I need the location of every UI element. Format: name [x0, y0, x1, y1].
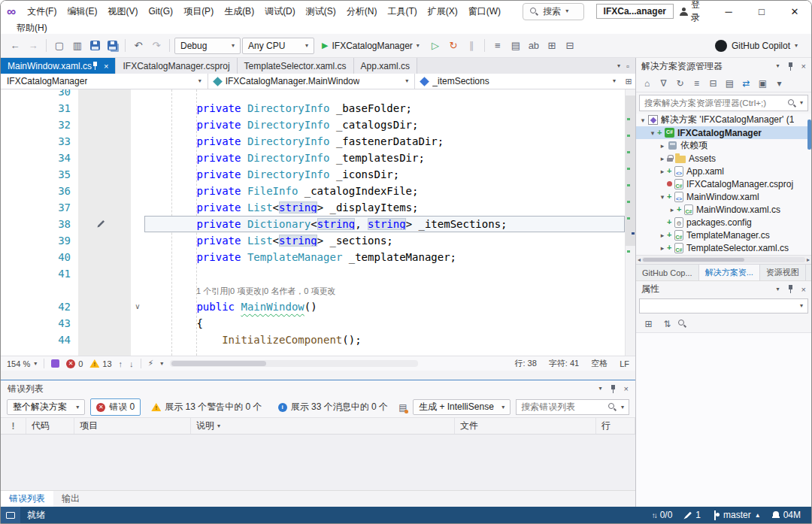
project-dropdown[interactable]: IFXCatalogManager ▾	[1, 74, 208, 89]
chevron-right-icon[interactable]: ▸	[658, 232, 667, 239]
panel-tab-2[interactable]: 输出	[53, 491, 88, 507]
redo-icon[interactable]: ↷	[148, 38, 165, 54]
document-tab-4[interactable]: App.xaml.cs	[354, 58, 417, 74]
scope-dropdown[interactable]: 整个解决方案 ▾	[7, 399, 85, 415]
zoom-dropdown[interactable]: 154 % ▾	[7, 359, 37, 368]
code-line-39[interactable]: 39 private List<string> _sections;	[1, 232, 625, 249]
column-header-2[interactable]: 项目	[74, 418, 191, 434]
menu-item-7[interactable]: 调试(D)	[259, 3, 301, 20]
line-indicator[interactable]: 行: 38	[514, 358, 536, 369]
code-line-42[interactable]: 42∨ public MainWindow()	[1, 298, 625, 315]
open-file-icon[interactable]: ▥	[69, 38, 86, 54]
float-window-icon[interactable]: ▫	[626, 62, 629, 71]
menu-item-3[interactable]: 视图(V)	[102, 3, 143, 20]
chevron-down-icon[interactable]: ▾	[648, 129, 657, 137]
panel-splitter[interactable]	[1, 371, 635, 380]
window-layout-icon[interactable]: ⊞	[544, 38, 560, 54]
code-line-30[interactable]: 30	[1, 89, 625, 100]
code-line-41[interactable]: 41	[1, 265, 625, 282]
type-dropdown[interactable]: IFXCatalogManager.MainWindow ▾	[208, 74, 416, 89]
code-line-40[interactable]: 40 private TemplateManager _templateMana…	[1, 249, 625, 265]
source-dropdown[interactable]: 生成 + IntelliSense ▾	[413, 399, 511, 415]
sync-with-active-document-icon[interactable]: ⇄	[738, 76, 754, 91]
sidebar-tab-2[interactable]: 解决方案资...	[699, 265, 760, 280]
start-debugging-button[interactable]: ▶ IFXCatalogManager ▾	[316, 38, 426, 54]
column-header-1[interactable]: 代码	[26, 418, 74, 434]
close-panel-icon[interactable]: ×	[624, 384, 629, 393]
code-line-31[interactable]: 31 private DirectoryInfo _baseFolder;	[1, 100, 625, 117]
solution-explorer-search[interactable]: 搜索解决方案资源管理器(Ctrl+;) ▾	[639, 95, 808, 111]
warnings-filter-button[interactable]: ! 展示 13 个警告中的 0 个	[146, 399, 267, 415]
pin-icon[interactable]	[92, 62, 98, 70]
compare-files-icon[interactable]: ⊟	[562, 38, 578, 54]
menu-item-1[interactable]: 文件(F)	[22, 3, 62, 20]
git-sync-button[interactable]: ↑↓ 0/0	[652, 510, 673, 520]
column-header-5[interactable]: 行	[596, 418, 635, 434]
panel-tab-1[interactable]: 错误列表	[1, 491, 53, 507]
warning-count-badge[interactable]: ! 13	[89, 359, 111, 368]
column-indicator[interactable]: 字符: 41	[549, 358, 579, 369]
scrollbar-thumb[interactable]	[643, 258, 744, 262]
search-properties-icon[interactable]	[678, 320, 686, 328]
properties-object-dropdown[interactable]: ▾	[639, 298, 808, 313]
columns-options-icon[interactable]: ▤	[398, 402, 408, 413]
tree-item-6[interactable]: IFXCatalogManager.csproj	[636, 177, 811, 190]
chevron-right-icon[interactable]: ▸	[658, 168, 667, 175]
code-editor[interactable]: 3031 private DirectoryInfo _baseFolder;3…	[1, 89, 635, 356]
scrollbar-thumb[interactable]	[171, 361, 265, 366]
tree-horizontal-scrollbar[interactable]: ◂ ▸	[636, 255, 811, 264]
navigate-backward-icon[interactable]: ←	[7, 38, 23, 54]
menu-item-9[interactable]: 分析(N)	[341, 3, 383, 20]
tree-item-10[interactable]: ▸+TemplateManager.cs	[636, 229, 811, 241]
chevron-down-icon[interactable]: ▾	[658, 193, 667, 201]
code-line-34[interactable]: 34 private DirectoryInfo _templatesDir;	[1, 150, 625, 166]
hot-reload-icon[interactable]: ↻	[445, 38, 462, 54]
column-header-3[interactable]: 说明▾	[191, 418, 455, 434]
messages-filter-button[interactable]: i 展示 33 个消息中的 0 个	[273, 399, 393, 415]
editor-horizontal-scrollbar[interactable]	[170, 360, 418, 367]
chevron-right-icon[interactable]: ▸	[658, 244, 667, 252]
alphabetical-icon[interactable]: ⇅	[659, 317, 675, 332]
feedback-icon[interactable]	[51, 359, 59, 368]
menu-item-6[interactable]: 生成(B)	[219, 3, 259, 20]
eol-indicator[interactable]: LF	[620, 359, 629, 368]
sign-in-button[interactable]: 登录	[674, 0, 712, 24]
quick-actions-icon[interactable]: ▤	[508, 38, 524, 54]
code-line-32[interactable]: 32 private DirectoryInfo _catalogsDir;	[1, 117, 625, 133]
sidebar-tab-1[interactable]: GitHub Cop...	[636, 265, 699, 280]
undo-icon[interactable]: ↶	[130, 38, 147, 54]
tree-scrollbar[interactable]	[807, 114, 811, 255]
background-tasks-icon[interactable]	[1, 507, 20, 523]
tree-item-11[interactable]: ▸+TemplateSelector.xaml.cs	[636, 241, 811, 254]
window-position-icon[interactable]: ▾	[777, 286, 780, 292]
error-count-badge[interactable]: ✕ 0	[66, 359, 83, 368]
nest-files-icon[interactable]: ≡	[689, 76, 704, 91]
code-line-44[interactable]: 44 InitializeComponent();	[1, 332, 625, 348]
tree-item-1[interactable]: ▾解决方案 'IFXCatalogManager' (1	[636, 114, 811, 126]
scroll-left-icon[interactable]: ◂	[638, 256, 641, 263]
menu-item-10[interactable]: 工具(T)	[382, 3, 422, 20]
menu-item-4[interactable]: Git(G)	[143, 4, 178, 19]
navigate-forward-icon[interactable]: →	[25, 38, 41, 54]
menu-item-8[interactable]: 测试(S)	[301, 3, 341, 20]
tree-item-8[interactable]: ▸+MainWindow.xaml.cs	[636, 203, 811, 216]
refresh-icon[interactable]: ↻	[672, 76, 688, 91]
maximize-button[interactable]: □	[745, 1, 778, 22]
collapse-all-icon[interactable]: ⊟	[705, 76, 721, 91]
show-all-files-icon[interactable]: ▤	[722, 76, 738, 91]
codelens-row[interactable]: 1 个引用|0 项更改|0 名作者，0 项更改	[1, 282, 625, 298]
titlebar-search[interactable]: 搜索 ▾	[523, 3, 583, 20]
sidebar-tab-3[interactable]: 资源视图	[760, 265, 806, 280]
document-tab-3[interactable]: TemplateSelector.xaml.cs	[238, 58, 354, 74]
auto-hide-pin-icon[interactable]	[787, 285, 794, 293]
scroll-right-icon[interactable]: ▸	[807, 256, 810, 263]
fold-margin-cell[interactable]: ∨	[131, 298, 144, 315]
minimize-button[interactable]: ─	[712, 1, 745, 22]
code-line-35[interactable]: 35 private DirectoryInfo _iconsDir;	[1, 166, 625, 183]
solution-platforms-dropdown[interactable]: Any CPU ▾	[242, 38, 314, 54]
pending-changes-button[interactable]: 1	[683, 510, 701, 520]
solution-configurations-dropdown[interactable]: Debug ▾	[174, 38, 241, 54]
save-icon[interactable]	[90, 41, 100, 50]
github-copilot-button[interactable]: GitHub Copilot ▾	[715, 40, 805, 52]
start-without-debugging-icon[interactable]: ▷	[427, 38, 444, 54]
